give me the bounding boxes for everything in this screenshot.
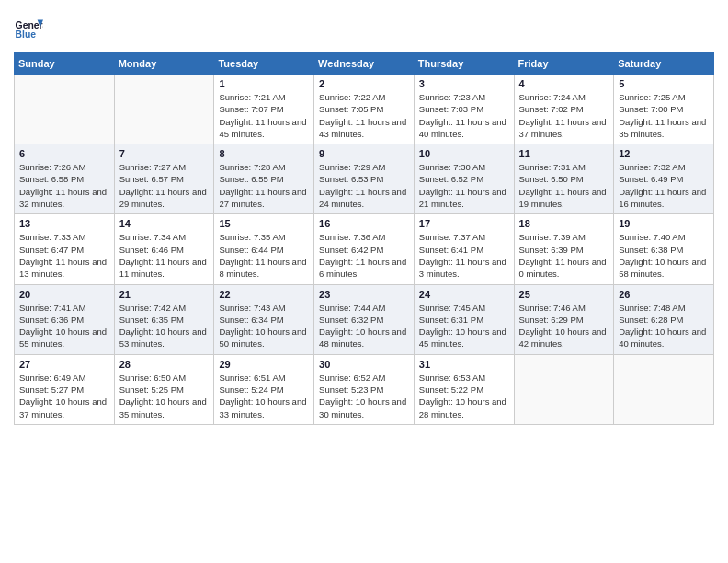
day-number: 16 bbox=[319, 218, 409, 229]
logo-icon: General Blue bbox=[14, 14, 43, 43]
weekday-header: Tuesday bbox=[214, 53, 314, 75]
weekday-header: Thursday bbox=[414, 53, 514, 75]
day-cell: 25Sunrise: 7:46 AM Sunset: 6:29 PM Dayli… bbox=[514, 284, 614, 354]
week-row: 6Sunrise: 7:26 AM Sunset: 6:58 PM Daylig… bbox=[15, 144, 714, 214]
weekday-header: Wednesday bbox=[314, 53, 415, 75]
day-number: 11 bbox=[519, 148, 609, 159]
day-cell: 16Sunrise: 7:36 AM Sunset: 6:42 PM Dayli… bbox=[314, 214, 415, 284]
day-info: Sunrise: 7:43 AM Sunset: 6:34 PM Dayligh… bbox=[219, 302, 309, 350]
week-row: 20Sunrise: 7:41 AM Sunset: 6:36 PM Dayli… bbox=[15, 284, 714, 354]
day-cell: 28Sunrise: 6:50 AM Sunset: 5:25 PM Dayli… bbox=[114, 354, 214, 424]
day-number: 4 bbox=[519, 78, 609, 89]
day-cell: 17Sunrise: 7:37 AM Sunset: 6:41 PM Dayli… bbox=[414, 214, 514, 284]
day-cell: 21Sunrise: 7:42 AM Sunset: 6:35 PM Dayli… bbox=[114, 284, 214, 354]
day-cell bbox=[15, 75, 115, 144]
header: General Blue bbox=[14, 14, 714, 43]
day-number: 5 bbox=[619, 78, 709, 89]
day-info: Sunrise: 7:46 AM Sunset: 6:29 PM Dayligh… bbox=[519, 302, 609, 350]
weekday-header: Sunday bbox=[15, 53, 115, 75]
day-cell: 4Sunrise: 7:24 AM Sunset: 7:02 PM Daylig… bbox=[514, 75, 614, 144]
day-cell: 6Sunrise: 7:26 AM Sunset: 6:58 PM Daylig… bbox=[15, 144, 115, 214]
day-cell: 11Sunrise: 7:31 AM Sunset: 6:50 PM Dayli… bbox=[514, 144, 614, 214]
week-row: 1Sunrise: 7:21 AM Sunset: 7:07 PM Daylig… bbox=[15, 75, 714, 144]
day-cell: 2Sunrise: 7:22 AM Sunset: 7:05 PM Daylig… bbox=[314, 75, 415, 144]
day-info: Sunrise: 7:29 AM Sunset: 6:53 PM Dayligh… bbox=[319, 161, 409, 210]
day-number: 1 bbox=[219, 78, 309, 89]
day-info: Sunrise: 7:42 AM Sunset: 6:35 PM Dayligh… bbox=[119, 302, 210, 350]
day-info: Sunrise: 6:53 AM Sunset: 5:22 PM Dayligh… bbox=[419, 372, 509, 420]
day-cell: 26Sunrise: 7:48 AM Sunset: 6:28 PM Dayli… bbox=[614, 284, 714, 354]
day-cell: 7Sunrise: 7:27 AM Sunset: 6:57 PM Daylig… bbox=[114, 144, 214, 214]
day-number: 24 bbox=[419, 289, 509, 300]
calendar-header-row: SundayMondayTuesdayWednesdayThursdayFrid… bbox=[15, 53, 714, 75]
day-number: 10 bbox=[419, 148, 509, 159]
weekday-header: Monday bbox=[114, 53, 214, 75]
day-number: 2 bbox=[319, 78, 409, 89]
day-cell: 8Sunrise: 7:28 AM Sunset: 6:55 PM Daylig… bbox=[214, 144, 314, 214]
day-info: Sunrise: 7:37 AM Sunset: 6:41 PM Dayligh… bbox=[419, 231, 509, 280]
day-cell: 10Sunrise: 7:30 AM Sunset: 6:52 PM Dayli… bbox=[414, 144, 514, 214]
day-cell: 19Sunrise: 7:40 AM Sunset: 6:38 PM Dayli… bbox=[614, 214, 714, 284]
day-number: 15 bbox=[219, 218, 309, 229]
day-info: Sunrise: 6:52 AM Sunset: 5:23 PM Dayligh… bbox=[319, 372, 409, 420]
day-number: 25 bbox=[519, 289, 609, 300]
day-number: 26 bbox=[619, 289, 709, 300]
day-info: Sunrise: 7:44 AM Sunset: 6:32 PM Dayligh… bbox=[319, 302, 409, 350]
day-cell: 23Sunrise: 7:44 AM Sunset: 6:32 PM Dayli… bbox=[314, 284, 415, 354]
day-cell: 12Sunrise: 7:32 AM Sunset: 6:49 PM Dayli… bbox=[614, 144, 714, 214]
day-info: Sunrise: 7:27 AM Sunset: 6:57 PM Dayligh… bbox=[119, 161, 210, 210]
day-number: 27 bbox=[19, 359, 109, 370]
day-number: 7 bbox=[119, 148, 210, 159]
day-cell: 14Sunrise: 7:34 AM Sunset: 6:46 PM Dayli… bbox=[114, 214, 214, 284]
day-cell: 13Sunrise: 7:33 AM Sunset: 6:47 PM Dayli… bbox=[15, 214, 115, 284]
day-number: 18 bbox=[519, 218, 609, 229]
day-info: Sunrise: 7:35 AM Sunset: 6:44 PM Dayligh… bbox=[219, 231, 309, 280]
day-info: Sunrise: 7:31 AM Sunset: 6:50 PM Dayligh… bbox=[519, 161, 609, 210]
svg-text:Blue: Blue bbox=[16, 29, 37, 40]
day-info: Sunrise: 6:51 AM Sunset: 5:24 PM Dayligh… bbox=[219, 372, 309, 420]
weekday-header: Friday bbox=[514, 53, 614, 75]
day-info: Sunrise: 7:34 AM Sunset: 6:46 PM Dayligh… bbox=[119, 231, 210, 280]
day-number: 30 bbox=[319, 359, 409, 370]
day-cell: 5Sunrise: 7:25 AM Sunset: 7:00 PM Daylig… bbox=[614, 75, 714, 144]
day-number: 6 bbox=[19, 148, 109, 159]
day-number: 29 bbox=[219, 359, 309, 370]
day-info: Sunrise: 7:32 AM Sunset: 6:49 PM Dayligh… bbox=[619, 161, 709, 210]
day-cell: 1Sunrise: 7:21 AM Sunset: 7:07 PM Daylig… bbox=[214, 75, 314, 144]
day-info: Sunrise: 7:23 AM Sunset: 7:03 PM Dayligh… bbox=[419, 91, 509, 140]
day-number: 28 bbox=[119, 359, 210, 370]
day-number: 22 bbox=[219, 289, 309, 300]
day-number: 19 bbox=[619, 218, 709, 229]
day-cell: 18Sunrise: 7:39 AM Sunset: 6:39 PM Dayli… bbox=[514, 214, 614, 284]
day-info: Sunrise: 7:45 AM Sunset: 6:31 PM Dayligh… bbox=[419, 302, 509, 350]
day-cell: 9Sunrise: 7:29 AM Sunset: 6:53 PM Daylig… bbox=[314, 144, 415, 214]
day-info: Sunrise: 7:26 AM Sunset: 6:58 PM Dayligh… bbox=[19, 161, 109, 210]
day-number: 20 bbox=[19, 289, 109, 300]
day-cell: 30Sunrise: 6:52 AM Sunset: 5:23 PM Dayli… bbox=[314, 354, 415, 424]
page-container: General Blue SundayMondayTuesdayWednesda… bbox=[0, 0, 728, 434]
day-number: 21 bbox=[119, 289, 210, 300]
day-number: 8 bbox=[219, 148, 309, 159]
day-info: Sunrise: 6:50 AM Sunset: 5:25 PM Dayligh… bbox=[119, 372, 210, 420]
week-row: 13Sunrise: 7:33 AM Sunset: 6:47 PM Dayli… bbox=[15, 214, 714, 284]
day-info: Sunrise: 7:21 AM Sunset: 7:07 PM Dayligh… bbox=[219, 91, 309, 140]
day-cell: 27Sunrise: 6:49 AM Sunset: 5:27 PM Dayli… bbox=[15, 354, 115, 424]
day-number: 3 bbox=[419, 78, 509, 89]
weekday-header: Saturday bbox=[614, 53, 714, 75]
day-info: Sunrise: 7:25 AM Sunset: 7:00 PM Dayligh… bbox=[619, 91, 709, 140]
day-cell: 3Sunrise: 7:23 AM Sunset: 7:03 PM Daylig… bbox=[414, 75, 514, 144]
day-cell bbox=[114, 75, 214, 144]
day-cell: 20Sunrise: 7:41 AM Sunset: 6:36 PM Dayli… bbox=[15, 284, 115, 354]
logo: General Blue bbox=[14, 14, 47, 43]
day-number: 14 bbox=[119, 218, 210, 229]
day-number: 31 bbox=[419, 359, 509, 370]
day-number: 13 bbox=[19, 218, 109, 229]
day-cell: 15Sunrise: 7:35 AM Sunset: 6:44 PM Dayli… bbox=[214, 214, 314, 284]
day-info: Sunrise: 7:48 AM Sunset: 6:28 PM Dayligh… bbox=[619, 302, 709, 350]
day-number: 9 bbox=[319, 148, 409, 159]
day-info: Sunrise: 7:39 AM Sunset: 6:39 PM Dayligh… bbox=[519, 231, 609, 280]
day-cell: 24Sunrise: 7:45 AM Sunset: 6:31 PM Dayli… bbox=[414, 284, 514, 354]
day-info: Sunrise: 7:22 AM Sunset: 7:05 PM Dayligh… bbox=[319, 91, 409, 140]
week-row: 27Sunrise: 6:49 AM Sunset: 5:27 PM Dayli… bbox=[15, 354, 714, 424]
day-info: Sunrise: 7:30 AM Sunset: 6:52 PM Dayligh… bbox=[419, 161, 509, 210]
